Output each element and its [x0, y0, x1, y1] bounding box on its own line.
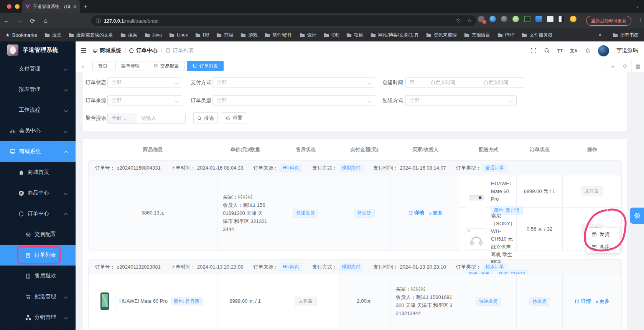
search-icon[interactable]	[544, 48, 550, 54]
new-tab-button[interactable]: +	[84, 3, 87, 11]
page-tab-menu-manage[interactable]: 菜单管理	[115, 61, 145, 71]
extension-icon-6[interactable]	[535, 16, 542, 22]
create-time-range-picker[interactable]: 自定义时间 – 自定义时间	[405, 77, 525, 88]
sidebar-item-distribution-manage[interactable]: 分销管理	[0, 307, 76, 328]
browser-tab[interactable]: 芋道管理系统 - 订单列表 ✕	[22, 0, 80, 13]
translate-icon[interactable]: 文A	[570, 48, 577, 54]
all-bookmarks-folder[interactable]: 所有书签	[613, 32, 639, 38]
page-tab-trade-config[interactable]: 交易配置	[148, 61, 184, 71]
remark-menu-item[interactable]: 备注	[586, 241, 619, 253]
extension-icon-4[interactable]	[512, 16, 519, 22]
sidebar-item-order-center[interactable]: 订单中心	[0, 203, 76, 224]
product-name[interactable]: HUAWEI Mate 60 Pro	[119, 297, 168, 305]
bookmark-folder-item[interactable]: 项目	[346, 32, 363, 38]
split-view-icon[interactable]	[558, 16, 565, 22]
bookmark-folder-item[interactable]: 运营	[44, 32, 61, 38]
collapse-menu-icon[interactable]: ☰	[79, 47, 89, 55]
bookmark-folder-item[interactable]: 软件/硬件	[265, 32, 292, 38]
fullscreen-icon[interactable]	[530, 48, 537, 54]
reload-button[interactable]: ⟳	[26, 17, 39, 25]
bookmark-folder-item[interactable]: 搜索	[120, 32, 137, 38]
sidebar-item-product-center[interactable]: P 商品中心	[0, 183, 76, 203]
product-image[interactable]	[466, 228, 487, 250]
bookmark-folder-item[interactable]: Linux	[169, 32, 188, 38]
more-link[interactable]: » 更多	[429, 210, 443, 216]
forward-button[interactable]: →	[13, 17, 26, 24]
back-button[interactable]: ←	[0, 17, 13, 24]
order-source-select[interactable]: 全部	[107, 95, 182, 106]
extension-icon-2[interactable]	[489, 16, 496, 22]
extension-icon-3[interactable]	[501, 16, 507, 22]
sidebar-item-aftersale-refund[interactable]: 售后退款	[0, 266, 76, 286]
more-link[interactable]: » 更多	[595, 298, 609, 305]
profile-avatar-icon[interactable]	[570, 16, 576, 22]
share-icon[interactable]: ⎋	[456, 18, 460, 24]
extensions-puzzle-icon[interactable]	[547, 16, 553, 22]
sidebar-item-trade-config[interactable]: 交易配置	[0, 224, 76, 245]
pay-mode-select[interactable]: 全部	[212, 77, 375, 88]
bookmark-star-icon[interactable]: ☆	[467, 18, 472, 24]
extension-icon-1[interactable]: 6	[478, 16, 484, 22]
sidebar-item-mall-home[interactable]: 商城首页	[0, 162, 76, 183]
refresh-tab-icon[interactable]: ⟳	[619, 60, 631, 72]
sidebar-item-workflow[interactable]: 工作流程	[0, 100, 76, 120]
bookmark-folder-item[interactable]: 前端	[216, 32, 233, 38]
bookmark-folder-item[interactable]: 资讯未整理	[426, 32, 457, 38]
folder-icon	[169, 33, 175, 37]
sidebar-item-mall[interactable]: 商城系统	[0, 141, 76, 162]
page-settings-gear-button[interactable]	[630, 208, 644, 224]
page-tab-order-list[interactable]: 订单列表	[187, 61, 224, 71]
delivery-mode-select[interactable]: 全部	[405, 95, 517, 106]
chrome-update-button[interactable]: 重新启动即可更新	[586, 16, 631, 26]
browser-menu-icon[interactable]: ⋮	[638, 17, 643, 23]
font-size-icon[interactable]: TT	[557, 48, 563, 54]
bookmark-folder-item[interactable]: Java	[145, 32, 162, 38]
search-button[interactable]: 搜索	[193, 112, 218, 124]
sidebar-item-report[interactable]: 报表管理	[0, 79, 76, 100]
detail-link[interactable]: 详情	[408, 210, 424, 216]
tab-search-chevron-icon[interactable]: ⌄	[636, 3, 639, 9]
order-status-select[interactable]: 全部	[107, 77, 182, 88]
page-tab-home[interactable]: 首页	[92, 61, 113, 71]
agg-search-field-select[interactable]: 全部	[107, 113, 137, 124]
home-button[interactable]: ⌂	[39, 17, 52, 24]
sidebar-item-member[interactable]: 会员中心	[0, 120, 76, 141]
bookmark-folder-item[interactable]: PHP	[497, 32, 515, 38]
tabs-scroll-left-icon[interactable]: «	[79, 63, 87, 69]
tab-close-icon[interactable]: ✕	[73, 4, 77, 10]
bookmark-folder-item[interactable]: 游戏	[240, 32, 257, 38]
bookmark-folder-item[interactable]: 网站/博客/文章/工具	[371, 32, 419, 38]
minimize-window-button[interactable]	[15, 4, 20, 9]
product-image[interactable]	[466, 187, 487, 208]
address-bar[interactable]: i 127.0.0.1/mall/trade/order ⎋ ☆	[91, 15, 476, 26]
extension-icon-5[interactable]	[524, 16, 530, 22]
reset-button[interactable]: 重置	[222, 112, 246, 124]
breadcrumb-mall[interactable]: 商城系统	[92, 47, 121, 54]
tabs-scroll-right-icon[interactable]: »	[606, 60, 619, 72]
bell-icon[interactable]	[585, 48, 591, 54]
tabs-grid-icon[interactable]: ▦	[631, 60, 644, 72]
product-image[interactable]	[94, 290, 115, 312]
product-name[interactable]: 索尼（SONY）WH-CH510 无线立体声耳机 学生网课	[491, 212, 515, 266]
close-window-button[interactable]	[7, 4, 12, 9]
bookmark-folder-item[interactable]: 文件服务器	[522, 32, 552, 38]
bookmarks-root[interactable]: ★ Bookmarks	[5, 32, 37, 38]
sidebar-item-payment[interactable]: 支付管理	[0, 58, 76, 79]
breadcrumb: 商城系统 / 订单中心 / 订单列表	[92, 47, 194, 54]
sidebar-item-delivery-manage[interactable]: 配送管理	[0, 286, 76, 307]
bookmarks-overflow-chevron[interactable]: »	[599, 32, 601, 38]
bookmark-folder-item[interactable]: 设计	[300, 32, 316, 38]
app-logo[interactable]: 芋道管理系统	[0, 41, 76, 58]
order-type-select[interactable]: 全部	[212, 95, 375, 106]
product-name[interactable]: HUAWEI Mate 60 Pro	[491, 180, 511, 203]
site-info-icon[interactable]: i	[96, 18, 101, 23]
agg-search-input[interactable]: 请输入	[137, 113, 186, 124]
ship-menu-item[interactable]: 发货	[586, 228, 619, 241]
breadcrumb-order-center[interactable]: 订单中心	[129, 47, 158, 54]
bookmark-folder-item[interactable]: 近期需要读的文章	[69, 32, 113, 38]
detail-link[interactable]: 详情	[575, 298, 591, 305]
user-avatar[interactable]	[598, 45, 609, 56]
bookmark-folder-item[interactable]: DB	[195, 32, 209, 38]
bookmark-folder-item[interactable]: 其他语言	[464, 32, 490, 38]
bookmark-folder-item[interactable]: IDE	[324, 32, 339, 38]
